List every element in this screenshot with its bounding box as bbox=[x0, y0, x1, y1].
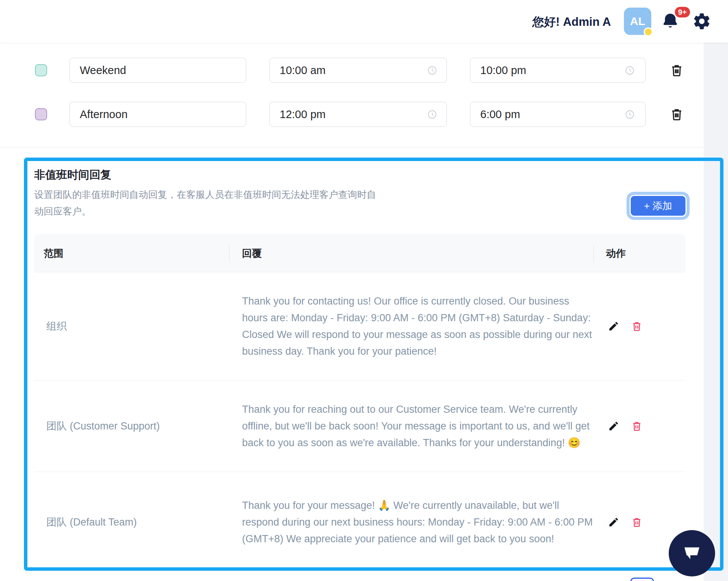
table-header-row: 范围 回覆 动作 bbox=[34, 234, 685, 272]
add-reply-button-label: + 添加 bbox=[644, 199, 672, 213]
row-actions bbox=[608, 516, 643, 528]
schedule-name-input[interactable] bbox=[70, 58, 246, 83]
pencil-icon bbox=[608, 426, 619, 433]
delete-schedule-button[interactable] bbox=[669, 63, 684, 77]
row-actions bbox=[608, 320, 643, 332]
user-greeting: 您好! Admin A bbox=[532, 14, 611, 30]
start-time-input[interactable] bbox=[269, 58, 447, 83]
delete-schedule-button[interactable] bbox=[669, 107, 684, 122]
partially-visible-button[interactable] bbox=[630, 578, 654, 581]
color-swatch[interactable] bbox=[35, 108, 47, 120]
add-reply-button[interactable]: + 添加 bbox=[630, 195, 687, 217]
end-time-input[interactable] bbox=[470, 102, 646, 127]
delete-reply-button[interactable] bbox=[631, 516, 643, 528]
table-row: 组织 Thank you for contacting us! Our offi… bbox=[34, 272, 685, 380]
edit-reply-button[interactable] bbox=[608, 516, 619, 528]
column-header-reply: 回覆 bbox=[242, 246, 262, 260]
speech-bubble-icon bbox=[679, 540, 704, 567]
trash-icon bbox=[669, 72, 684, 79]
avatar[interactable]: AL bbox=[624, 8, 651, 35]
schedule-name-input[interactable] bbox=[70, 102, 246, 127]
row-actions bbox=[608, 420, 643, 432]
column-separator bbox=[229, 245, 229, 262]
live-chat-fab[interactable] bbox=[669, 530, 715, 576]
bell-icon bbox=[661, 25, 679, 32]
table-row: 团队 (Customer Support) Thank you for reac… bbox=[34, 380, 685, 472]
delete-reply-button[interactable] bbox=[631, 320, 643, 332]
avatar-initials: AL bbox=[630, 15, 645, 28]
section-description: 设置团队的非值班时间自动回复，在客服人员在非值班时间无法处理客户查询时自动回应客… bbox=[34, 186, 378, 219]
column-separator bbox=[593, 245, 594, 262]
row-scope: 团队 (Default Team) bbox=[46, 515, 137, 529]
edit-reply-button[interactable] bbox=[608, 420, 619, 432]
section-divider bbox=[0, 147, 704, 148]
start-time-input[interactable] bbox=[269, 102, 447, 127]
gear-icon bbox=[692, 25, 711, 32]
table-row: 团队 (Default Team) Thank you for your mes… bbox=[34, 472, 685, 572]
delete-reply-button[interactable] bbox=[631, 420, 643, 432]
trash-icon bbox=[669, 116, 684, 123]
settings-button[interactable] bbox=[692, 12, 711, 31]
column-header-action: 动作 bbox=[606, 246, 626, 260]
pencil-icon bbox=[608, 523, 619, 529]
notification-count-badge: 9+ bbox=[674, 6, 691, 18]
end-time-input[interactable] bbox=[470, 58, 646, 83]
section-title: 非值班时间回复 bbox=[34, 167, 111, 183]
app-page: 您好! Admin A AL 9+ bbox=[0, 0, 728, 581]
row-reply-text: Thank you for contacting us! Our office … bbox=[242, 293, 595, 360]
reply-table: 范围 回覆 动作 组织 Thank you for contacting us!… bbox=[34, 234, 685, 572]
schedule-row bbox=[0, 102, 704, 127]
online-status-dot bbox=[644, 27, 653, 36]
pencil-icon bbox=[608, 327, 619, 333]
edit-reply-button[interactable] bbox=[608, 320, 619, 332]
row-reply-text: Thank you for reaching out to our Custom… bbox=[242, 401, 595, 451]
trash-icon bbox=[631, 426, 643, 433]
schedule-row bbox=[0, 58, 704, 83]
trash-icon bbox=[631, 327, 643, 333]
trash-icon bbox=[631, 523, 643, 529]
row-scope: 组织 bbox=[46, 319, 67, 333]
row-scope: 团队 (Customer Support) bbox=[46, 419, 160, 433]
top-header-bar: 您好! Admin A AL 9+ bbox=[0, 0, 728, 43]
row-reply-text: Thank you for your message! 🙏 We're curr… bbox=[242, 497, 595, 547]
column-header-scope: 范围 bbox=[44, 246, 63, 260]
color-swatch[interactable] bbox=[35, 64, 47, 76]
page-background-strip bbox=[704, 43, 728, 581]
